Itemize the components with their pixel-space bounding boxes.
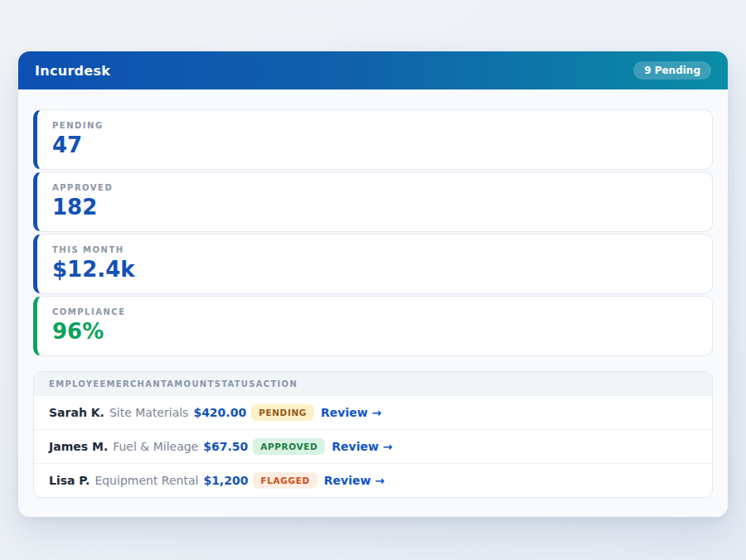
stat-value: 47 (52, 134, 697, 157)
stat-value: 96% (52, 321, 697, 343)
status-badge: FLAGGED (253, 472, 317, 489)
amount-value: $420.00 (193, 406, 246, 419)
app-window: Incurdesk 9 Pending PENDING 47 APPROVED … (18, 51, 728, 517)
column-header-action: ACTION (256, 379, 298, 389)
table-row: James M. Fuel & Mileage $67.50 APPROVED … (34, 429, 712, 463)
review-link[interactable]: Review → (332, 440, 392, 453)
status-badge: PENDING (251, 404, 314, 421)
stat-card-approved: APPROVED 182 (33, 171, 713, 232)
table-row: Sarah K. Site Materials $420.00 PENDING … (34, 395, 712, 429)
status-badge: APPROVED (253, 438, 325, 455)
merchant-name: Site Materials (109, 406, 189, 419)
stat-card-this-month: THIS MONTH $12.4k (33, 234, 713, 294)
stat-card-pending: PENDING 47 (33, 109, 713, 170)
stat-value: 182 (52, 196, 697, 219)
table-row: Lisa P. Equipment Rental $1,200 FLAGGED … (34, 463, 712, 497)
stat-label: COMPLIANCE (52, 307, 697, 316)
merchant-name: Fuel & Mileage (113, 440, 198, 453)
app-header: Incurdesk 9 Pending (18, 51, 728, 89)
expense-table: EMPLOYEEMERCHANTAMOUNTSTATUSACTION Sarah… (33, 371, 713, 498)
amount-value: $67.50 (203, 440, 248, 453)
amount-value: $1,200 (203, 474, 248, 487)
stat-card-compliance: COMPLIANCE 96% (33, 296, 713, 356)
app-title: Incurdesk (35, 63, 110, 79)
table-header-row: EMPLOYEEMERCHANTAMOUNTSTATUSACTION (34, 372, 712, 395)
merchant-name: Equipment Rental (94, 474, 198, 487)
main-panel: PENDING 47 APPROVED 182 THIS MONTH $12.4… (18, 89, 728, 517)
stat-label: THIS MONTH (52, 245, 697, 254)
review-link[interactable]: Review → (321, 406, 381, 419)
pending-count-badge: 9 Pending (633, 61, 711, 80)
review-link[interactable]: Review → (324, 474, 385, 487)
stats-list: PENDING 47 APPROVED 182 THIS MONTH $12.4… (33, 109, 713, 356)
employee-name: Sarah K. (49, 406, 104, 419)
column-header-merchant: MERCHANT (107, 379, 167, 389)
employee-name: Lisa P. (49, 474, 90, 487)
column-header-employee: EMPLOYEE (49, 379, 107, 389)
employee-name: James M. (49, 440, 108, 453)
stat-label: PENDING (52, 121, 697, 130)
stat-label: APPROVED (52, 183, 697, 192)
column-header-amount: AMOUNT (167, 379, 214, 389)
stat-value: $12.4k (52, 258, 697, 281)
column-header-status: STATUS (215, 379, 256, 389)
